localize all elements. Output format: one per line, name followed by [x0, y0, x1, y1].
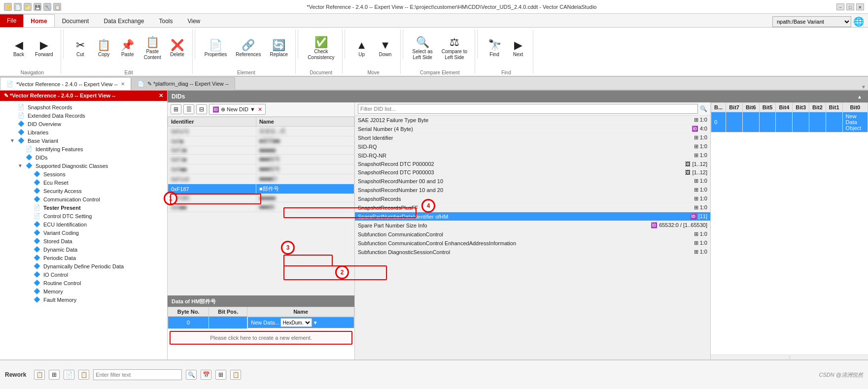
- did-table-row[interactable]: 0xF1x9■■■■行: [168, 174, 354, 184]
- bottom-icon1[interactable]: 📋: [34, 370, 45, 380]
- new-did-button[interactable]: 🆔 ⊕ New DID ▼ ✕: [209, 104, 266, 115]
- references-button[interactable]: 🔗 References: [232, 32, 264, 66]
- hex-type-select[interactable]: HexDum.: [280, 318, 312, 327]
- did-table-row[interactable]: 0xF■■刷写■■: [168, 136, 354, 146]
- tab-document[interactable]: Document: [55, 14, 97, 27]
- did-table-row[interactable]: 0xF1■■■■■■: [168, 146, 354, 155]
- did-list-item[interactable]: SnapshotRecord DTC P000002🖼 [1..12]: [355, 160, 710, 168]
- did-table-row[interactable]: 0xF1■■■■纸号: [168, 155, 354, 164]
- checkconsistency-button[interactable]: ✅ CheckConsistency: [304, 32, 338, 66]
- did-list-item[interactable]: Spare Part Number Size Info🆔 65532:0 / […: [355, 221, 710, 230]
- nav-item-ecuidentification[interactable]: 🔷 ECU Identification: [0, 220, 167, 228]
- cut-button[interactable]: ✂ Cut: [69, 32, 91, 66]
- did-list-item[interactable]: SnapshotRecordsPlusFF⊞ 1:0: [355, 203, 710, 212]
- delete-button[interactable]: ❌ Delete: [167, 32, 188, 66]
- nav-item-supporteddiagclasses[interactable]: ▼ 🔷 Supported Diagnostic Classes: [0, 162, 167, 170]
- window-controls[interactable]: − □ ✕: [836, 3, 864, 10]
- did-list-item[interactable]: SnapshotRecordNumber 00 and 10⊞ 1:0: [355, 177, 710, 186]
- bottom-icon4[interactable]: 📋: [78, 370, 89, 380]
- copy-button[interactable]: 📋 Copy: [93, 32, 115, 66]
- tab-home[interactable]: Home: [23, 14, 54, 27]
- up-button[interactable]: ▲ Up: [351, 32, 373, 66]
- find-button[interactable]: 🔭 Find: [484, 32, 505, 66]
- did-list-item[interactable]: Subfunction CommunicationControl⊞ 1:0: [355, 230, 710, 239]
- nav-item-dynamicdata[interactable]: 🔷 Dynamic Data: [0, 245, 167, 254]
- data-row[interactable]: 0 New Data... HexDum. ▼: [168, 317, 354, 329]
- pastecontent-button[interactable]: 📋 PasteContent: [140, 32, 165, 66]
- selectleftside-button[interactable]: 🔍 Select asLeft Side: [409, 32, 436, 66]
- tab-view[interactable]: View: [180, 14, 208, 27]
- paste-button[interactable]: 📌 Paste: [117, 32, 139, 66]
- did-tile-btn[interactable]: ⊟: [196, 104, 207, 114]
- did-list-item[interactable]: Serial Number (4 Byte)🆔 4:0: [355, 125, 710, 133]
- did-table-row[interactable]: 0xFa°S次全位...式: [168, 127, 354, 136]
- bottom-icon5[interactable]: 📅: [201, 370, 211, 380]
- did-table-row[interactable]: 0xF■■■■■纸号: [168, 164, 354, 174]
- did-list-item[interactable]: SnapshotRecords⊞ 1:0: [355, 194, 710, 203]
- bottom-filter-input[interactable]: [93, 369, 182, 380]
- nav-item-controldtcsetting[interactable]: 📄 Control DTC Setting: [0, 212, 167, 220]
- bottom-icon3[interactable]: 📄: [64, 370, 74, 380]
- back-button[interactable]: ◀ Back: [8, 32, 30, 66]
- did-list-item[interactable]: SparePartNumberDataIdentifier ofHM🆔 [11]: [355, 212, 710, 221]
- nav-item-periodicdata[interactable]: 🔷 Periodic Data: [0, 254, 167, 262]
- nav-panel-close[interactable]: ✕: [159, 93, 163, 99]
- nav-item-dids[interactable]: 🔷 DIDs: [0, 153, 167, 162]
- minimize-btn[interactable]: −: [836, 3, 844, 10]
- nav-item-sessions[interactable]: 🔷 Sessions: [0, 170, 167, 178]
- properties-button[interactable]: 📄 Properties: [201, 32, 231, 66]
- nav-item-extendeddatarecords[interactable]: 📄 Extended Data Records: [0, 111, 167, 120]
- bottom-filter-icon[interactable]: 🔍: [186, 370, 197, 380]
- did-list-item[interactable]: SAE J2012 Failure Type Byte⊞ 1:0: [355, 116, 710, 125]
- nav-item-iocontrol[interactable]: 🔷 IO Control: [0, 270, 167, 279]
- nav-item-variantcoding[interactable]: 🔷 Variant Coding: [0, 228, 167, 237]
- next-button[interactable]: ▶ Next: [507, 32, 529, 66]
- nav-item-dynamicallydefine[interactable]: 🔷 Dynamically Define Periodic Data: [0, 262, 167, 270]
- tab-platformdiag[interactable]: 📄 ✎ *platform_diag -- Expert View --: [131, 77, 235, 90]
- did-table-row[interactable]: 0xF187■部件号: [168, 184, 354, 194]
- nav-item-basevariant[interactable]: ▼ 🔷 Base Variant: [0, 136, 167, 145]
- tab-file[interactable]: File: [0, 14, 23, 27]
- did-list-item[interactable]: SnapshotRecordNumber 10 and 20⊞ 1:0: [355, 186, 710, 194]
- restore-btn[interactable]: □: [846, 3, 854, 10]
- did-list-btn[interactable]: ☰: [183, 104, 194, 114]
- nav-item-didoverview[interactable]: 🔷 DID Overview: [0, 120, 167, 128]
- nav-item-memory[interactable]: 🔷 Memory: [0, 287, 167, 295]
- bottom-icon6[interactable]: ⊞: [215, 370, 226, 380]
- bottom-icon2[interactable]: ⊞: [49, 370, 60, 380]
- did-list-item[interactable]: SID-RQ-NR⊞ 1:0: [355, 151, 710, 160]
- nav-item-storeddata[interactable]: 🔷 Stored Data: [0, 237, 167, 245]
- forward-button[interactable]: ▶ Forward: [32, 32, 57, 66]
- tab-vectorref[interactable]: 📄 *Vector Reference - 2.4.0 -- Expert Vi…: [0, 77, 131, 90]
- replace-button[interactable]: 🔄 Replace: [266, 32, 291, 66]
- variant-select[interactable]: npath:/Base Variant: [772, 16, 851, 27]
- nav-item-libraries[interactable]: 🔷 Libraries: [0, 128, 167, 136]
- nav-item-securityaccess[interactable]: 🔷 Security Access: [0, 187, 167, 195]
- nav-item-routinecontrol[interactable]: 🔷 Routine Control: [0, 279, 167, 287]
- nav-item-testerpresent[interactable]: 📄 Tester Present: [0, 203, 167, 212]
- close-btn[interactable]: ✕: [856, 3, 864, 10]
- nav-item-communicationcontrol[interactable]: 🔷 Communication Control: [0, 195, 167, 203]
- compareleftside-button[interactable]: ⚖ Compare toLeft Side: [438, 32, 471, 66]
- panel-resize-handle[interactable]: ⋮: [788, 355, 792, 359]
- filter-did-input[interactable]: [358, 104, 698, 114]
- nav-item-faultmemory[interactable]: 🔷 Fault Memory: [0, 295, 167, 304]
- new-did-close[interactable]: ✕: [258, 106, 262, 113]
- click-hint[interactable]: Please click here to create a new elemen…: [170, 331, 352, 345]
- did-table-row[interactable]: 0x0■■■■■刷: [168, 202, 354, 212]
- did-table-row[interactable]: 0xF18C■■■■■: [168, 194, 354, 202]
- down-button[interactable]: ▼ Down: [375, 32, 396, 66]
- did-list-item[interactable]: Subfunction DiagnosticSessionControl⊞ 1:…: [355, 248, 710, 257]
- did-list-item[interactable]: SnapshotRecord DTC P000003🖼 [1..12]: [355, 168, 710, 177]
- new-did-dropdown[interactable]: ▼: [250, 106, 255, 112]
- tab-tools[interactable]: Tools: [151, 14, 180, 27]
- did-grid-btn[interactable]: ⊞: [171, 104, 181, 114]
- did-list-item[interactable]: SID-RQ⊞ 1:0: [355, 142, 710, 151]
- bottom-icon7[interactable]: 📋: [230, 370, 241, 380]
- hex-dropdown-icon[interactable]: ▼: [313, 320, 318, 325]
- did-list-item[interactable]: Short Identifier⊞ 1:0: [355, 133, 710, 142]
- vectorref-tab-close[interactable]: ✕: [121, 81, 125, 87]
- bit-row[interactable]: 0 New Data Object: [711, 112, 868, 132]
- did-list-item[interactable]: Subfunction CommunicationControl Enhance…: [355, 239, 710, 248]
- nav-item-identifyingfeatures[interactable]: 📄 Identifying Features: [0, 145, 167, 153]
